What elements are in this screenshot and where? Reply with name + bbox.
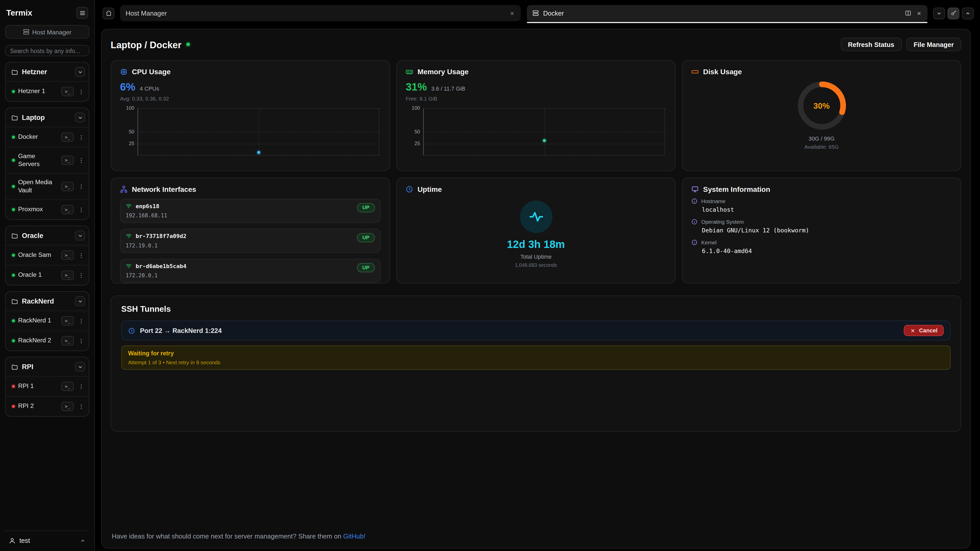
host-groups-list: Hetzner Hetzner 1 >_ Laptop bbox=[5, 62, 89, 530]
tab-close-button[interactable] bbox=[509, 10, 515, 16]
memory-percent: 31% bbox=[406, 81, 427, 94]
host-terminal-button[interactable]: >_ bbox=[61, 87, 74, 96]
host-row[interactable]: Proxmox >_ bbox=[6, 199, 89, 219]
kebab-icon bbox=[78, 252, 84, 258]
terminal-icon: >_ bbox=[65, 207, 70, 212]
host-menu-button[interactable] bbox=[77, 132, 85, 142]
host-menu-button[interactable] bbox=[77, 182, 85, 191]
chevron-down-icon bbox=[77, 114, 83, 120]
host-menu-button[interactable] bbox=[77, 336, 85, 346]
host-terminal-button[interactable]: >_ bbox=[61, 251, 74, 260]
sidebar: Termix Host Manager Hetzner bbox=[0, 0, 95, 551]
host-row[interactable]: Open Media Vault >_ bbox=[6, 173, 89, 199]
host-terminal-button[interactable]: >_ bbox=[61, 132, 74, 142]
terminal-icon: >_ bbox=[65, 338, 70, 343]
status-badge: UP bbox=[357, 203, 375, 213]
cpu-percent: 6% bbox=[120, 81, 135, 94]
host-menu-button[interactable] bbox=[77, 251, 85, 260]
host-row[interactable]: Oracle 1 >_ bbox=[6, 265, 89, 285]
status-badge: UP bbox=[357, 263, 375, 272]
search-input[interactable] bbox=[5, 45, 89, 56]
refresh-status-button[interactable]: Refresh Status bbox=[840, 38, 902, 51]
host-group-header[interactable]: Oracle bbox=[6, 226, 89, 245]
host-terminal-button[interactable]: >_ bbox=[61, 205, 74, 214]
kebab-icon bbox=[78, 183, 84, 189]
cancel-tunnel-button[interactable]: Cancel bbox=[904, 325, 944, 336]
kebab-icon bbox=[78, 272, 84, 278]
host-group-header[interactable]: Hetzner bbox=[6, 62, 89, 81]
host-group-header[interactable]: Laptop bbox=[6, 108, 89, 127]
host-menu-button[interactable] bbox=[77, 270, 85, 280]
host-manager-label: Host Manager bbox=[32, 28, 72, 35]
card-title: Network Interfaces bbox=[132, 186, 196, 193]
host-menu-button[interactable] bbox=[77, 156, 85, 165]
ssh-tunnels-section: SSH Tunnels Port 22 → RackNerd 1:224 Can… bbox=[110, 295, 961, 432]
host-terminal-button[interactable]: >_ bbox=[61, 336, 74, 346]
warning-detail: Attempt 1 of 3 • Next retry in 9 seconds bbox=[128, 359, 944, 365]
host-terminal-button[interactable]: >_ bbox=[61, 182, 74, 191]
host-terminal-button[interactable]: >_ bbox=[61, 316, 74, 326]
host-row[interactable]: Oracle Sam >_ bbox=[6, 245, 89, 265]
folder-icon bbox=[11, 68, 18, 75]
host-manager-button[interactable]: Host Manager bbox=[5, 25, 89, 39]
host-terminal-button[interactable]: >_ bbox=[61, 156, 74, 165]
file-manager-button[interactable]: File Manager bbox=[906, 38, 961, 51]
host-row[interactable]: RackNerd 1 >_ bbox=[6, 310, 89, 330]
group-collapse-button[interactable] bbox=[75, 113, 85, 122]
system-info-row: Kernel 6.1.0-40-amd64 bbox=[691, 239, 952, 254]
group-collapse-button[interactable] bbox=[75, 362, 85, 372]
host-row[interactable]: RackNerd 2 >_ bbox=[6, 330, 89, 351]
host-row[interactable]: Docker >_ bbox=[6, 127, 89, 147]
host-row[interactable]: Game Servers >_ bbox=[6, 147, 89, 173]
terminal-icon: >_ bbox=[65, 135, 70, 140]
tab-docker[interactable]: Docker bbox=[527, 5, 928, 21]
system-info-value: 6.1.0-40-amd64 bbox=[702, 248, 952, 254]
host-menu-button[interactable] bbox=[77, 402, 85, 411]
host-menu-button[interactable] bbox=[77, 87, 85, 96]
host-menu-button[interactable] bbox=[77, 316, 85, 326]
host-row[interactable]: RPI 2 >_ bbox=[6, 396, 89, 416]
cpu-load-average: Avg: 0.33, 0.36, 0.32 bbox=[120, 96, 380, 102]
home-button[interactable] bbox=[103, 7, 115, 19]
host-terminal-button[interactable]: >_ bbox=[61, 270, 74, 280]
cpu-usage-chart: 100 50 25 bbox=[138, 108, 380, 156]
interface-ip: 172.20.0.1 bbox=[126, 272, 186, 279]
host-status-dot bbox=[12, 185, 15, 188]
host-terminal-button[interactable]: >_ bbox=[61, 382, 74, 391]
scroll-tabs-up-button[interactable] bbox=[962, 7, 974, 19]
sidebar-menu-button[interactable] bbox=[76, 7, 88, 19]
disk-percent: 30% bbox=[795, 79, 848, 132]
tab-close-button[interactable] bbox=[916, 10, 922, 16]
host-group-header[interactable]: RPI bbox=[6, 357, 89, 376]
host-row[interactable]: Hetzner 1 >_ bbox=[6, 81, 89, 101]
host-name: Open Media Vault bbox=[18, 179, 58, 194]
host-menu-button[interactable] bbox=[77, 382, 85, 391]
key-icon bbox=[950, 10, 956, 16]
folder-icon bbox=[11, 298, 18, 305]
chevron-up-icon bbox=[965, 10, 970, 16]
wifi-icon bbox=[126, 263, 132, 269]
host-terminal-button[interactable]: >_ bbox=[61, 402, 74, 411]
memory-usage-card: Memory Usage 31% 3.6 / 11.7 GiB Free: 8.… bbox=[396, 60, 676, 171]
group-collapse-button[interactable] bbox=[75, 67, 85, 77]
scroll-tabs-down-button[interactable] bbox=[933, 7, 945, 19]
host-group-name: Laptop bbox=[22, 114, 71, 121]
split-view-button[interactable] bbox=[905, 10, 911, 16]
chevron-up-icon bbox=[80, 537, 86, 543]
info-icon bbox=[691, 239, 697, 245]
network-icon bbox=[120, 186, 127, 193]
host-row[interactable]: RPI 1 >_ bbox=[6, 376, 89, 396]
host-group-header[interactable]: RackNerd bbox=[6, 292, 89, 310]
ssh-keys-button[interactable] bbox=[948, 7, 959, 19]
disk-available-label: Available: 65G bbox=[691, 144, 952, 150]
user-label: test bbox=[19, 537, 30, 544]
chevron-down-icon bbox=[77, 298, 83, 304]
plot-area bbox=[138, 108, 380, 156]
tab-label: Docker bbox=[543, 10, 564, 17]
github-link[interactable]: GitHub! bbox=[343, 532, 366, 540]
user-menu-button[interactable]: test bbox=[5, 530, 89, 546]
host-menu-button[interactable] bbox=[77, 205, 85, 214]
group-collapse-button[interactable] bbox=[75, 230, 85, 241]
tab-host-manager[interactable]: Host Manager bbox=[120, 5, 520, 21]
group-collapse-button[interactable] bbox=[75, 296, 85, 306]
